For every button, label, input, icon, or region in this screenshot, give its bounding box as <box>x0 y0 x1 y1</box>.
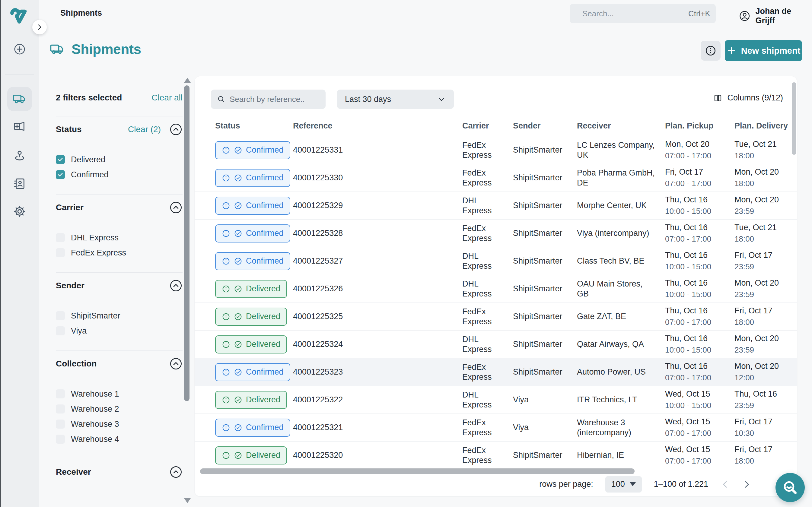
viya-logo-icon <box>8 8 30 28</box>
filter-checkbox-row[interactable]: FedEx Express <box>56 247 182 259</box>
status-badge[interactable]: Delivered <box>215 391 287 409</box>
status-badge[interactable]: Confirmed <box>215 363 290 381</box>
cell-reference: 40001225320 <box>293 450 462 460</box>
table-row[interactable]: Confirmed 40001225323 FedEx Express Ship… <box>195 358 797 386</box>
sidebar-item-locations[interactable] <box>0 149 39 162</box>
cell-carrier: FedEx Express <box>462 168 513 188</box>
sidebar-item-containers[interactable] <box>0 119 39 133</box>
cell-receiver: Poba Pharma GmbH, DE <box>577 168 665 188</box>
column-header-reference[interactable]: Reference <box>293 121 462 130</box>
table-row[interactable]: Confirmed 40001225331 FedEx Express Ship… <box>195 136 797 164</box>
filter-section-clear-link[interactable]: Clear (2) <box>128 124 161 134</box>
checkbox[interactable] <box>56 170 65 179</box>
table-horizontal-scrollbar[interactable] <box>200 468 635 474</box>
column-header-status[interactable]: Status <box>215 121 293 130</box>
table-row[interactable]: Delivered 40001225326 DHL Express Shipit… <box>195 275 797 303</box>
table-row[interactable]: Delivered 40001225325 FedEx Express Ship… <box>195 303 797 331</box>
previous-page-button[interactable] <box>720 480 730 489</box>
sidebar-item-settings[interactable] <box>0 205 39 218</box>
chevron-up-circle-icon[interactable] <box>169 465 182 478</box>
column-header-carrier[interactable]: Carrier <box>462 121 513 130</box>
checkbox[interactable] <box>56 155 65 164</box>
filter-checkbox-row[interactable]: DHL Express <box>56 232 182 244</box>
filter-checkbox-row[interactable]: Warehouse 1 <box>56 388 182 400</box>
sidebar-item-shipments[interactable] <box>7 87 32 111</box>
cell-delivery-time: 23:59 <box>735 289 791 299</box>
checkbox[interactable] <box>56 248 65 257</box>
next-page-button[interactable] <box>742 480 752 489</box>
cell-pickup-time: 07:00 - 17:00 <box>665 456 735 466</box>
sidebar-item-contacts[interactable] <box>0 177 39 190</box>
table-row[interactable]: Delivered 40001225324 DHL Express Shipit… <box>195 331 797 358</box>
table-row[interactable]: Delivered 40001225322 DHL Express Viya I… <box>195 386 797 414</box>
table-row[interactable]: Confirmed 40001225329 DHL Express Shipit… <box>195 192 797 220</box>
filter-scrollbar-up-arrow[interactable] <box>184 78 191 82</box>
status-badge[interactable]: Confirmed <box>215 224 290 242</box>
pagination-bar: rows per page: 100 1–100 of 1.221 <box>195 472 797 496</box>
page-size-select[interactable]: 100 <box>605 476 642 493</box>
date-range-dropdown[interactable]: Last 30 days <box>337 90 454 109</box>
column-header-receiver[interactable]: Receiver <box>577 121 665 130</box>
status-label: Delivered <box>246 339 280 349</box>
status-badge[interactable]: Delivered <box>215 335 287 353</box>
reference-search-input[interactable] <box>230 95 320 104</box>
table-search[interactable] <box>211 90 326 109</box>
info-icon <box>222 396 230 404</box>
column-header-plan-pickup[interactable]: Plan. Pickup <box>665 121 735 130</box>
status-badge[interactable]: Confirmed <box>215 169 290 187</box>
columns-label: Columns (9/12) <box>727 93 783 103</box>
status-badge[interactable]: Confirmed <box>215 418 290 437</box>
filter-section-title: Collection <box>56 359 161 369</box>
feedback-magnifier-fab[interactable] <box>775 473 805 502</box>
table-row[interactable]: Confirmed 40001225327 DHL Express Shipit… <box>195 247 797 275</box>
sidebar-expand-button[interactable] <box>32 20 47 35</box>
checkbox[interactable] <box>56 419 65 429</box>
table-row[interactable]: Confirmed 40001225328 FedEx Express Ship… <box>195 220 797 247</box>
column-header-plan-delivery[interactable]: Plan. Delivery <box>735 121 791 130</box>
status-label: Delivered <box>246 284 280 294</box>
clear-all-filters-link[interactable]: Clear all <box>152 93 182 103</box>
table-row[interactable]: Delivered 40001225320 FedEx Express Ship… <box>195 442 797 469</box>
cell-pickup-time: 07:00 - 17:00 <box>665 151 735 161</box>
cell-reference: 40001225327 <box>293 256 462 266</box>
column-header-sender[interactable]: Sender <box>513 121 577 130</box>
new-shipment-button[interactable]: New shipment <box>725 40 802 61</box>
filter-checkbox-row[interactable]: Delivered <box>56 154 182 166</box>
status-label: Confirmed <box>246 422 284 433</box>
table-vertical-scrollbar[interactable] <box>792 82 796 155</box>
filter-checkbox-row[interactable]: Warehouse 4 <box>56 433 182 445</box>
table-row[interactable]: Confirmed 40001225321 FedEx Express Viya… <box>195 414 797 442</box>
status-badge[interactable]: Confirmed <box>215 196 290 215</box>
filter-checkbox-row[interactable]: Viya <box>56 325 182 337</box>
checkbox[interactable] <box>56 404 65 413</box>
checkbox[interactable] <box>56 233 65 242</box>
chevron-up-circle-icon[interactable] <box>169 123 182 136</box>
filter-checkbox-row[interactable]: ShipitSmarter <box>56 310 182 322</box>
status-badge[interactable]: Delivered <box>215 307 287 326</box>
status-badge[interactable]: Delivered <box>215 446 287 464</box>
check-circle-icon <box>234 424 242 432</box>
chevron-up-circle-icon[interactable] <box>169 279 182 292</box>
global-search-input[interactable] <box>582 9 684 18</box>
filter-scrollbar-down-arrow[interactable] <box>184 498 191 503</box>
checkbox[interactable] <box>56 389 65 398</box>
check-circle-icon <box>234 229 242 238</box>
page-info-button[interactable] <box>701 41 720 61</box>
checkbox[interactable] <box>56 326 65 335</box>
filter-checkbox-row[interactable]: Warehouse 3 <box>56 418 182 430</box>
chevron-up-circle-icon[interactable] <box>169 357 182 371</box>
status-badge[interactable]: Confirmed <box>215 141 290 159</box>
status-badge[interactable]: Delivered <box>215 280 287 298</box>
chevron-up-circle-icon[interactable] <box>169 201 182 214</box>
filter-checkbox-row[interactable]: Confirmed <box>56 169 182 181</box>
global-search[interactable]: Ctrl+K <box>570 4 716 23</box>
create-new-button[interactable] <box>0 43 39 56</box>
table-row[interactable]: Confirmed 40001225330 FedEx Express Ship… <box>195 164 797 192</box>
filter-checkbox-row[interactable]: Warehouse 2 <box>56 403 182 415</box>
status-badge[interactable]: Confirmed <box>215 252 290 270</box>
user-menu[interactable]: Johan de Grijff <box>739 7 812 25</box>
filter-scrollbar-thumb[interactable] <box>184 86 190 401</box>
checkbox[interactable] <box>56 311 65 320</box>
columns-button[interactable]: Columns (9/12) <box>713 93 783 103</box>
checkbox[interactable] <box>56 435 65 444</box>
